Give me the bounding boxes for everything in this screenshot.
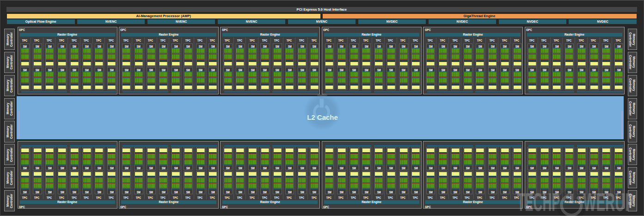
svg-text:WERUP: WERUP: [583, 188, 634, 216]
svg-text:TECHP: TECHP: [517, 188, 560, 216]
